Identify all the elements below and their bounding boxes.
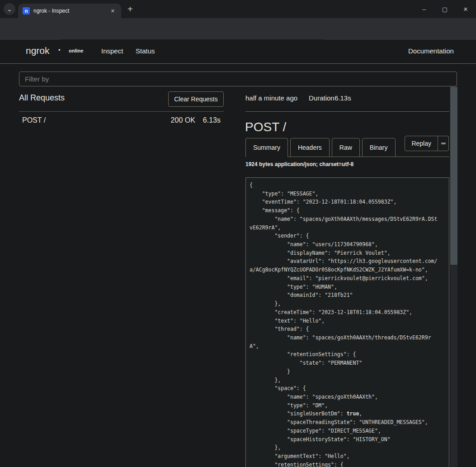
detail-tabs: SummaryHeadersRawBinary <box>245 138 396 157</box>
json-line: "name": "users/117304790968", <box>250 240 445 249</box>
browser-window: ⌄ n ngrok - Inspect ✕ + – ▢ ✕ ← → ↻ i 12… <box>0 0 476 467</box>
json-line: "thread": { <box>250 325 445 334</box>
nav-link-status[interactable]: Status <box>136 47 155 55</box>
json-line: "text": "Hello", <box>250 317 445 325</box>
ngrok-inspect-page: ngrok • online Inspect Status Documentat… <box>0 40 476 467</box>
json-line: }, <box>250 300 445 308</box>
json-line: "retentionSettings": { <box>250 461 445 467</box>
detail-meta-row: half a minute ago Duration 6.13s <box>245 94 449 102</box>
new-tab-button[interactable]: + <box>127 4 133 14</box>
json-line: a/ACg8ocKpfNYQZcUOPADOr0S8ocKpfNKdS2CWZK… <box>250 266 445 274</box>
json-line: vE62R9rA", <box>250 224 445 232</box>
detail-tab[interactable]: Headers <box>290 138 330 157</box>
browser-toolbar: ← → ↻ i 127.0.0.1:4040/inspect/http ☆ ⋮ <box>0 18 476 40</box>
clear-requests-button[interactable]: Clear Requests <box>168 91 224 107</box>
minimize-button[interactable]: – <box>414 0 434 18</box>
json-line: "eventTime": "2023-12-18T01:18:04.055983… <box>250 198 445 206</box>
json-line: "displayName": "Pierrick Voulet", <box>250 249 445 257</box>
chevron-down-icon: ⌄ <box>7 6 12 13</box>
json-line: A", <box>250 342 445 351</box>
duration-label: Duration <box>309 94 335 102</box>
json-line: "singleUserBotDm": true, <box>250 410 445 418</box>
json-line: "avatarUrl": "https://lh3.googleusercont… <box>250 257 445 266</box>
json-line: "retentionSettings": { <box>250 350 445 359</box>
request-method-path: POST / <box>22 116 171 124</box>
filter-input[interactable] <box>19 71 457 86</box>
scrollbar-thumb[interactable] <box>450 87 457 265</box>
close-button[interactable]: ✕ <box>455 0 476 18</box>
maximize-button[interactable]: ▢ <box>434 0 455 18</box>
json-line: } <box>250 367 445 376</box>
json-line: "spaceHistoryState": "HISTORY_ON" <box>250 435 445 444</box>
replay-split-button: Replay <box>405 136 449 151</box>
replay-options-button[interactable] <box>438 136 449 151</box>
request-status: 200 OK <box>171 116 195 124</box>
tab-close-icon[interactable]: ✕ <box>109 7 117 15</box>
json-line: "state": "PERMANENT" <box>250 359 445 367</box>
json-line: "type": "MESSAGE", <box>250 190 445 198</box>
all-requests-heading: All Requests <box>19 93 65 103</box>
window-controls: – ▢ ✕ <box>414 0 476 18</box>
tab-strip: ⌄ n ngrok - Inspect ✕ + – ▢ ✕ <box>0 0 476 18</box>
replay-button[interactable]: Replay <box>405 136 438 151</box>
json-line: "spaceType": "DIRECT_MESSAGE", <box>250 427 445 435</box>
replay-options-icon <box>441 143 446 144</box>
detail-tabs-row: SummaryHeadersRawBinary Replay <box>245 138 449 157</box>
json-line: "argumentText": "Hello", <box>250 452 445 461</box>
content-meta: 1924 bytes application/json; charset=utf… <box>245 161 353 167</box>
json-line: "type": "DM", <box>250 401 445 410</box>
json-line: "spaceThreadingState": "UNTHREADED_MESSA… <box>250 418 445 427</box>
response-body: { "type": "MESSAGE", "eventTime": "2023-… <box>245 177 449 467</box>
json-line: { <box>250 181 445 190</box>
nav-link-inspect[interactable]: Inspect <box>101 47 123 55</box>
json-line: "createTime": "2023-12-18T01:18:04.05598… <box>250 308 445 317</box>
panel-scrollbar[interactable] <box>450 86 457 467</box>
json-line: "space": { <box>250 384 445 393</box>
json-line: "sender": { <box>250 232 445 240</box>
nav-link-documentation[interactable]: Documentation <box>408 47 454 55</box>
tab-title: ngrok - Inspect <box>33 8 109 14</box>
json-line: "name": "spaces/goXth0AAXth/threads/DStv… <box>250 334 445 342</box>
request-time-ago: half a minute ago <box>245 94 297 102</box>
browser-tab[interactable]: n ngrok - Inspect ✕ <box>18 4 121 18</box>
detail-divider <box>245 111 449 112</box>
json-line: "name": "spaces/goXth0AAXth/messages/DSt… <box>250 215 445 224</box>
json-line: "name": "spaces/goXth0AAXth", <box>250 393 445 401</box>
status-online-label: online <box>69 48 83 53</box>
json-line: "message": { <box>250 206 445 215</box>
detail-tab[interactable]: Binary <box>362 138 396 157</box>
request-list: POST / 200 OK 6.13s <box>19 112 224 129</box>
detail-title: POST / <box>245 120 286 134</box>
ngrok-logo[interactable]: ngrok <box>26 45 50 56</box>
duration-value: 6.13s <box>335 94 351 102</box>
request-row[interactable]: POST / 200 OK 6.13s <box>19 112 224 129</box>
json-line: "email": "pierrickvoulet@pierrickvoulet.… <box>250 274 445 283</box>
json-line: "type": "HUMAN", <box>250 283 445 291</box>
request-duration: 6.13s <box>203 116 221 124</box>
tab-search-button[interactable]: ⌄ <box>4 3 15 15</box>
detail-tab[interactable]: Summary <box>245 138 288 157</box>
ngrok-navbar: ngrok • online Inspect Status Documentat… <box>0 40 476 64</box>
json-line: }, <box>250 376 445 385</box>
status-dot-icon: • <box>58 47 61 53</box>
ngrok-favicon-icon: n <box>23 7 30 14</box>
detail-tab[interactable]: Raw <box>332 138 360 157</box>
json-line: "domainId": "218fb21" <box>250 291 445 300</box>
json-line: }, <box>250 443 445 452</box>
